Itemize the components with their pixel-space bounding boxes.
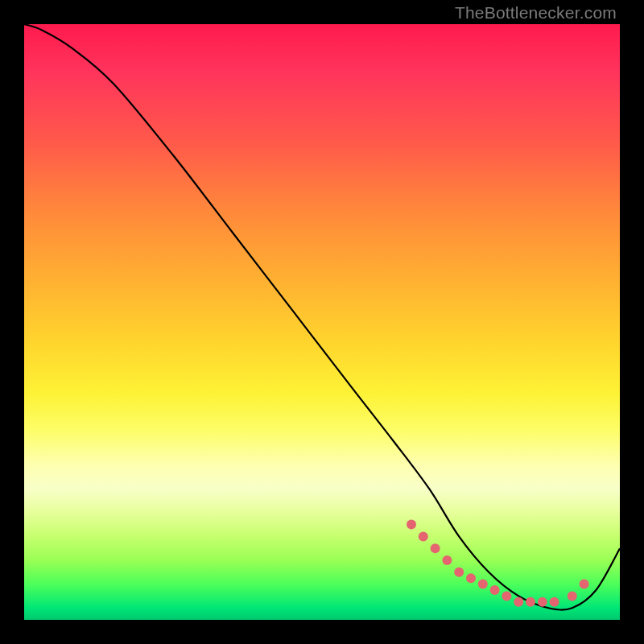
marker-dot xyxy=(454,568,464,577)
marker-dot xyxy=(538,597,547,607)
marker-dot xyxy=(431,543,440,553)
marker-dot xyxy=(580,580,589,589)
marker-dots xyxy=(407,520,589,607)
marker-dot xyxy=(550,597,559,607)
marker-dot xyxy=(490,585,500,595)
marker-dot xyxy=(442,555,452,565)
chart-frame: TheBottlenecker.com xyxy=(0,0,644,644)
marker-dot xyxy=(514,597,523,607)
marker-dot xyxy=(478,580,488,589)
chart-svg xyxy=(24,24,620,620)
curve-line xyxy=(24,24,620,610)
marker-dot xyxy=(502,591,511,601)
marker-dot xyxy=(526,597,535,607)
marker-dot xyxy=(407,520,416,530)
marker-dot xyxy=(419,531,428,541)
plot-area xyxy=(24,24,620,620)
marker-dot xyxy=(466,573,476,583)
watermark-text: TheBottlenecker.com xyxy=(455,3,617,23)
marker-dot xyxy=(568,591,577,601)
